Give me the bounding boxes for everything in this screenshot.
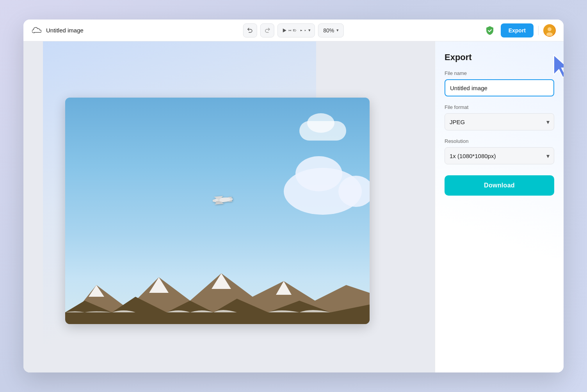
file-name-label: File name (445, 70, 554, 76)
canvas-image-container (65, 98, 370, 324)
avatar[interactable] (543, 24, 556, 37)
zoom-chevron-icon: ▾ (336, 28, 339, 33)
cloud-decoration-1 (299, 121, 346, 141)
canvas-image (65, 98, 370, 324)
toolbar-divider (538, 26, 539, 35)
zoom-label: 80% (323, 27, 334, 34)
shield-icon (484, 24, 496, 37)
file-format-label: File format (445, 104, 554, 110)
toolbar: Untitled image (23, 20, 564, 41)
redo-button[interactable] (260, 23, 274, 37)
cloud-icon (31, 25, 42, 36)
toolbar-center: ▾ 80% ▾ (243, 23, 344, 37)
resolution-wrapper: 1x (1080*1080px) 2x (2160*2160px) 0.5x (… (445, 147, 554, 164)
play-button[interactable]: ▾ (277, 23, 315, 37)
cloud-decoration-2 (284, 168, 362, 215)
resolution-label: Resolution (445, 138, 554, 144)
resolution-select[interactable]: 1x (1080*1080px) 2x (2160*2160px) 0.5x (… (445, 147, 554, 164)
toolbar-right: Export (484, 23, 556, 37)
file-format-select[interactable]: JPEG PNG WebP SVG PDF (445, 113, 554, 130)
file-format-wrapper: JPEG PNG WebP SVG PDF ▾ (445, 113, 554, 130)
export-panel: Export File name File format JPEG PNG We… (435, 41, 564, 372)
download-button[interactable]: Download (445, 175, 554, 196)
export-button-label: Export (509, 27, 526, 34)
undo-button[interactable] (243, 23, 257, 37)
file-name-input[interactable] (445, 79, 554, 96)
canvas-area[interactable] (23, 41, 435, 372)
doc-title: Untitled image (46, 27, 84, 34)
airplane-decoration (211, 192, 236, 211)
main-content: Export File name File format JPEG PNG We… (23, 41, 564, 372)
app-window: Untitled image (23, 20, 564, 372)
svg-point-1 (548, 27, 551, 31)
mountains-decoration (65, 262, 370, 324)
export-panel-title: Export (445, 52, 554, 62)
zoom-button[interactable]: 80% ▾ (318, 23, 344, 37)
chevron-small: ▾ (308, 28, 311, 33)
export-button[interactable]: Export (501, 23, 534, 37)
